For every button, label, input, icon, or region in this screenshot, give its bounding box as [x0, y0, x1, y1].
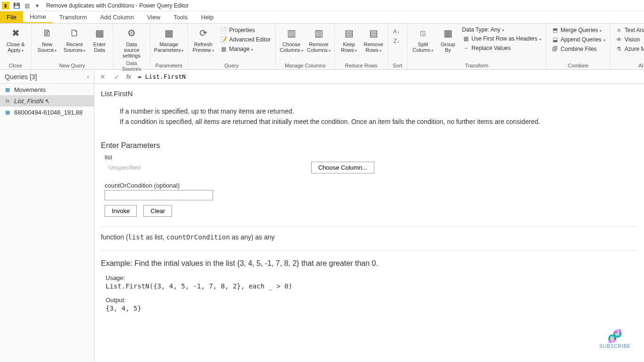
advanced-editor-button[interactable]: 📝Advanced Editor: [218, 35, 272, 44]
keep-rows-icon: ▤: [341, 25, 356, 41]
group-by-button[interactable]: ▦GroupBy: [438, 25, 458, 54]
table-icon: ▦: [4, 86, 11, 93]
tab-view[interactable]: View: [140, 11, 167, 23]
manage-button[interactable]: ▦Manage: [218, 45, 272, 53]
sort-desc-icon: Z↓: [393, 37, 400, 45]
cancel-formula-icon[interactable]: ✕: [98, 72, 107, 82]
invoke-button[interactable]: Invoke: [105, 205, 137, 217]
table-icon: ▦: [4, 108, 11, 116]
divider: [101, 226, 637, 227]
query-label: List_FirstN: [14, 98, 43, 105]
merge-icon: ⬒: [551, 26, 559, 34]
manage-parameters-button[interactable]: ▦ManageParameters: [153, 25, 184, 54]
tab-tools[interactable]: Tools: [167, 11, 194, 23]
ribbon-tabs: File Home Transform Add Column View Tool…: [0, 11, 644, 24]
vision-button[interactable]: 👁Vision: [613, 35, 644, 44]
tab-help[interactable]: Help: [194, 11, 220, 23]
group-label-params: Parameters: [153, 62, 184, 69]
subscribe-watermark: 🧬 SUBSCRIBE: [599, 329, 631, 349]
output-label: Output:: [106, 296, 637, 304]
usage-label: Usage:: [106, 274, 637, 281]
queries-pane: Queries [3] ‹ ▦ Movements fx List_FirstN…: [0, 70, 94, 362]
clear-button[interactable]: Clear: [143, 205, 172, 217]
queries-title: Queries [3]: [5, 73, 37, 81]
tab-home[interactable]: Home: [23, 11, 53, 23]
new-source-button[interactable]: 🗎NewSource: [34, 25, 60, 54]
first-row-headers-button[interactable]: ▦Use First Row as Headers: [460, 34, 543, 43]
settings-icon: ⚙: [124, 25, 139, 41]
function-doc: List.FirstN If a number is specified, up…: [94, 84, 644, 362]
replace-values-button[interactable]: →Replace Values: [460, 44, 543, 52]
group-label-mcols: Manage Columns: [279, 62, 331, 69]
choose-column-button[interactable]: Choose Column...: [311, 162, 374, 173]
tab-transform[interactable]: Transform: [53, 11, 94, 23]
group-label-newquery: New Query: [34, 62, 110, 69]
param-count-label: countOrCondition (optional): [105, 182, 637, 189]
main-area: Queries [3] ‹ ▦ Movements fx List_FirstN…: [0, 70, 644, 362]
append-queries-button[interactable]: ⬓Append Queries: [549, 35, 607, 44]
tab-file[interactable]: File: [0, 11, 23, 23]
example-heading: Example: Find the intial values in the l…: [101, 259, 637, 268]
title-bar: ▮ 💾 ▥ ▾ Remove duplicates with Condition…: [0, 0, 644, 11]
properties-icon: 📄: [220, 26, 227, 34]
content-area: ✕ ✓ fx List.FirstN If a number is specif…: [94, 70, 644, 362]
qat-dropdown-icon[interactable]: ▾: [33, 1, 41, 10]
fx-icon[interactable]: fx: [126, 73, 131, 80]
count-condition-input[interactable]: [105, 190, 213, 200]
data-source-settings-button[interactable]: ⚙Data sourcesettings: [116, 25, 147, 59]
commit-formula-icon[interactable]: ✓: [112, 72, 122, 82]
groupby-icon: ▦: [440, 25, 455, 41]
split-icon: ⎅: [415, 25, 430, 41]
remove-columns-button[interactable]: ▥RemoveColumns: [306, 25, 331, 54]
aml-button[interactable]: ⚗Azure Machine Learning: [613, 45, 644, 53]
refresh-preview-button[interactable]: ⟳RefreshPreview: [190, 25, 216, 54]
text-analytics-button[interactable]: ≡Text Analytics: [613, 26, 644, 34]
choose-columns-button[interactable]: ▥ChooseColumns: [279, 25, 304, 54]
query-label: Movements: [14, 86, 46, 93]
divider: [101, 250, 637, 251]
function-name: List.FirstN: [101, 90, 637, 98]
tab-add-column[interactable]: Add Column: [93, 11, 140, 23]
close-icon: ✖: [8, 25, 23, 41]
formula-bar: ✕ ✓ fx: [94, 70, 644, 84]
remove-rows-button[interactable]: ▤RemoveRows: [362, 25, 385, 54]
group-label-query: Query: [190, 62, 272, 69]
merge-queries-button[interactable]: ⬒Merge Queries: [549, 26, 607, 34]
recent-icon: 🗋: [67, 25, 82, 41]
collapse-queries-icon[interactable]: ‹: [87, 74, 89, 80]
sort-asc-button[interactable]: A↓: [391, 27, 404, 36]
text-analytics-icon: ≡: [615, 26, 623, 34]
qat-icon[interactable]: ▥: [23, 1, 31, 10]
cursor-icon: ↖: [44, 98, 50, 105]
data-type-button[interactable]: Data Type: Any: [460, 26, 543, 33]
query-item-68000494[interactable]: ▦ 68000494-61046_191,88: [0, 107, 94, 118]
refresh-icon: ⟳: [196, 25, 211, 41]
aml-icon: ⚗: [615, 45, 623, 53]
headers-icon: ▦: [462, 35, 470, 42]
group-label-close: Close: [3, 62, 28, 69]
manage-icon: ▦: [220, 45, 227, 53]
recent-sources-button[interactable]: 🗋RecentSources: [62, 25, 87, 54]
function-signature: function (list as list, countOrCondition…: [101, 233, 637, 241]
formula-input[interactable]: [136, 72, 640, 81]
query-item-list-firstn[interactable]: fx List_FirstN ↖: [0, 95, 94, 107]
enter-parameters-heading: Enter Parameters: [101, 141, 637, 150]
combine-files-button[interactable]: 🗐Combine Files: [549, 45, 607, 53]
close-apply-button[interactable]: ✖Close &Apply: [3, 25, 28, 54]
param-list-hint: Unspecified: [108, 164, 140, 171]
properties-button[interactable]: 📄Properties: [218, 26, 272, 34]
save-icon[interactable]: 💾: [12, 1, 21, 10]
param-list-label: list: [105, 154, 637, 161]
enter-data-button[interactable]: ▦EnterData: [89, 25, 110, 54]
output-code: {3, 4, 5}: [106, 304, 637, 312]
split-column-button[interactable]: ⎅SplitColumn: [410, 25, 436, 54]
group-label-ai: AI Insights: [613, 62, 644, 69]
append-icon: ⬓: [551, 36, 559, 43]
keep-rows-button[interactable]: ▤KeepRows: [338, 25, 360, 54]
ribbon: ✖Close &Apply Close 🗎NewSource 🗋RecentSo…: [0, 24, 644, 70]
sort-asc-icon: A↓: [393, 28, 400, 35]
choose-cols-icon: ▥: [284, 25, 299, 41]
query-label: 68000494-61046_191,88: [14, 109, 83, 116]
sort-desc-button[interactable]: Z↓: [391, 37, 404, 45]
query-item-movements[interactable]: ▦ Movements: [0, 84, 94, 95]
